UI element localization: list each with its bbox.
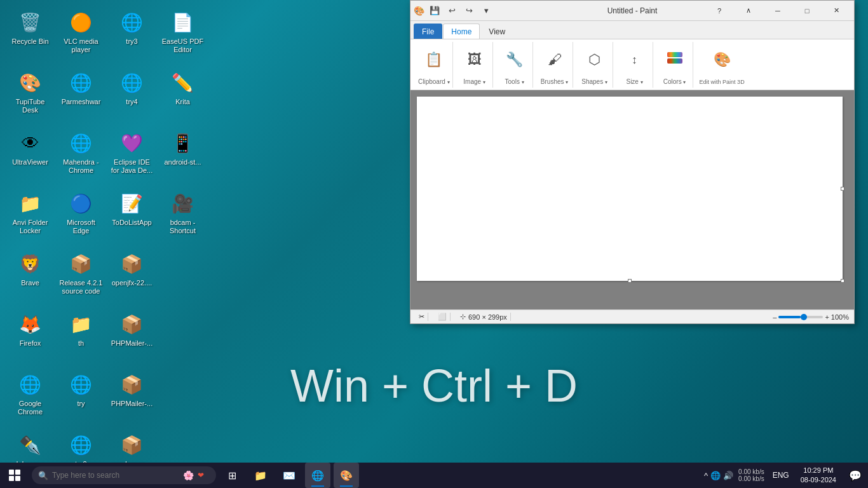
tray-arrow-btn[interactable]: ^ <box>704 471 708 480</box>
search-icon: 🔍 <box>38 471 48 480</box>
desktop-icon-brave[interactable]: 🦁Brave <box>6 248 54 305</box>
desktop-icon-recycle-bin[interactable]: 🗑️Recycle Bin <box>6 6 54 64</box>
desktop-icon-easeus[interactable]: 📄EaseUS PDF Editor <box>159 6 207 64</box>
taskbar-chrome[interactable]: 🌐 <box>305 463 330 488</box>
search-input[interactable] <box>52 471 179 480</box>
image-btn[interactable]: 🖼 <box>459 43 490 76</box>
zoom-slider[interactable] <box>778 316 823 318</box>
maximize-btn[interactable]: □ <box>792 1 822 21</box>
window-title: Untitled - Paint <box>607 6 658 15</box>
shapes-label: Shapes ▾ <box>581 78 607 86</box>
icon-label-vlc: VLC media player <box>59 37 103 54</box>
taskbar-mail[interactable]: ✉️ <box>276 463 302 488</box>
icon-label-ultraviewer: UltraViewer <box>12 158 48 166</box>
icon-img-try2: 🌐 <box>69 432 94 458</box>
desktop-icon-grid: 🗑️Recycle Bin🟠VLC media player🌐try3📄Ease… <box>3 3 210 488</box>
desktop-icon-try[interactable]: 🌐try <box>57 369 105 426</box>
desktop-icon-bdcam[interactable]: 🎥bdcam - Shortcut <box>159 187 207 245</box>
tools-label: Tools ▾ <box>505 78 524 86</box>
desktop-icon-android[interactable]: 📱android-st... <box>159 127 207 184</box>
collapse-ribbon-btn[interactable]: ∧ <box>734 1 763 21</box>
tray-language[interactable]: ENG <box>768 471 794 480</box>
desktop-icon-google-chrome[interactable]: 🌐Google Chrome <box>6 369 54 426</box>
desktop-icon-firefox[interactable]: 🦊Firefox <box>6 308 54 365</box>
icon-label-chrome-try3: try3 <box>126 37 137 46</box>
icon-label-firefox: Firefox <box>20 339 41 348</box>
tray-speaker-icon[interactable]: 🔊 <box>723 471 733 480</box>
zoom-out-btn[interactable]: – <box>773 313 776 321</box>
icon-img-release: 📦 <box>69 251 94 276</box>
desktop-icon-anvi[interactable]: 📁Anvi Folder Locker <box>6 187 54 245</box>
desktop-icon-chrome-try3[interactable]: 🌐try3 <box>108 6 156 64</box>
desktop-icon-phpmailer1[interactable]: 📦PHPMailer-... <box>108 308 156 365</box>
desktop-icon-openjfx[interactable]: 📦openjfx-22.... <box>108 248 156 305</box>
edit3d-btn[interactable]: 🎨 <box>703 43 741 76</box>
desktop-icon-phpmailer2[interactable]: 📦PHPMailer-... <box>108 369 156 426</box>
select-icon: ⬜ <box>438 313 447 321</box>
ribbon-tabs: File Home View <box>410 21 854 39</box>
close-btn[interactable]: ✕ <box>822 1 851 21</box>
desktop-icon-th[interactable]: 📁th <box>57 308 105 365</box>
tools-btn[interactable]: 🔧 <box>499 43 530 76</box>
desktop-icon-msedge[interactable]: 🔵Microsoft Edge <box>57 187 105 245</box>
minimize-btn[interactable]: ─ <box>763 1 792 21</box>
desktop-icon-ultraviewer[interactable]: 👁UltraViewer <box>6 127 54 184</box>
desktop-icon-eclipse[interactable]: 💜Eclipse IDE for Java De... <box>108 127 156 184</box>
image-label: Image ▾ <box>463 78 485 86</box>
taskbar-paint[interactable]: 🎨 <box>334 463 359 488</box>
redo-qat-btn[interactable]: ↪ <box>462 4 476 18</box>
canvas-handle-mr[interactable] <box>841 187 844 191</box>
icon-label-msedge: Microsoft Edge <box>59 219 103 235</box>
colors-label: Colors ▾ <box>663 78 686 86</box>
size-btn[interactable]: ↕ <box>620 43 650 76</box>
task-view-btn[interactable]: ⊞ <box>219 463 245 488</box>
tray-date: 08-09-2024 <box>801 475 836 485</box>
icon-label-google-chrome: Google Chrome <box>8 400 52 416</box>
desktop-icon-tupi[interactable]: 🎨TupiTube Desk <box>6 67 54 124</box>
undo-qat-btn[interactable]: ↩ <box>445 4 459 18</box>
ribbon-group-image: 🖼 Image ▾ <box>457 42 493 88</box>
help-button[interactable]: ? <box>705 1 734 21</box>
paint-taskbar-icon: 🎨 <box>339 468 354 483</box>
canvas-handle-bm[interactable] <box>628 279 632 283</box>
ribbon-group-size: ↕ Size ▾ <box>617 42 653 88</box>
clipboard-icon: 📋 <box>425 53 442 67</box>
ribbon-group-colors: Colors ▾ <box>657 42 693 88</box>
paint-canvas[interactable] <box>417 97 843 281</box>
desktop-icon-release[interactable]: 📦Release 4.2.1 source code <box>57 248 105 305</box>
paint-statusbar: ✂ ⬜ ⊹ 690 × 299px – + 100% <box>410 309 854 323</box>
desktop-icon-parmeshwar[interactable]: 🌐Parmeshwar <box>57 67 105 124</box>
save-qat-btn[interactable]: 💾 <box>428 4 442 18</box>
tray-clock[interactable]: 10:29 PM 08-09-2024 <box>794 466 843 485</box>
taskbar-file-explorer[interactable]: 📁 <box>248 463 273 488</box>
canvas-handle-br[interactable] <box>841 279 844 283</box>
desktop-icon-krita[interactable]: ✏️Krita <box>159 67 207 124</box>
colors-btn[interactable] <box>660 43 690 76</box>
ribbon-group-tools: 🔧 Tools ▾ <box>497 42 533 88</box>
desktop-icon-vlc[interactable]: 🟠VLC media player <box>57 6 105 64</box>
desktop-icon-mahendra[interactable]: 🌐Mahendra - Chrome <box>57 127 105 184</box>
icon-label-krita: Krita <box>175 98 190 106</box>
zoom-in-btn[interactable]: + <box>825 313 829 321</box>
task-view-icon: ⊞ <box>228 470 236 482</box>
tab-home[interactable]: Home <box>443 24 480 39</box>
tab-view[interactable]: View <box>480 24 513 39</box>
icon-img-mahendra: 🌐 <box>69 130 94 156</box>
icon-img-phpmailer1: 📦 <box>119 311 145 337</box>
icon-label-phpmailer1: PHPMailer-... <box>111 339 153 348</box>
brushes-btn[interactable]: 🖌 <box>539 43 570 76</box>
clipboard-btn[interactable]: 📋 <box>419 43 449 76</box>
shapes-btn[interactable]: ⬡ <box>580 43 610 76</box>
shortcut-display: Win + Ctrl + D <box>290 360 578 412</box>
desktop-icon-try4[interactable]: 🌐try4 <box>108 67 156 124</box>
ribbon-group-edit3d: 🎨 Edit with Paint 3D <box>697 42 747 88</box>
tab-file[interactable]: File <box>414 24 442 39</box>
chrome-icon: 🌐 <box>310 468 325 483</box>
start-button[interactable] <box>0 463 29 488</box>
icon-label-try: try <box>77 400 85 408</box>
search-box[interactable]: 🔍 🌸 ❤ <box>32 466 216 484</box>
ribbon: File Home View 📋 Clipboard ▾ 🖼 <box>410 21 854 90</box>
notification-btn[interactable]: 💬 <box>843 463 868 488</box>
qat-dropdown-btn[interactable]: ▾ <box>479 4 493 18</box>
desktop-icon-todo[interactable]: 📝ToDoListApp <box>108 187 156 245</box>
